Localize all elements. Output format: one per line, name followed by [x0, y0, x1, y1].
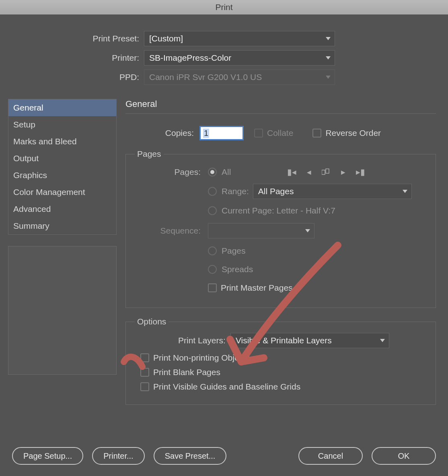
range-label: Range:	[222, 187, 249, 196]
printer-value: SB-ImagePress-Color	[149, 53, 231, 63]
copies-label: Copies:	[125, 128, 194, 138]
page-setup-button[interactable]: Page Setup...	[12, 447, 83, 465]
sequence-dropdown[interactable]	[208, 223, 314, 238]
spread-icon[interactable]	[322, 168, 331, 176]
sidebar-item-general[interactable]: General	[8, 99, 116, 116]
printer-dropdown[interactable]: SB-ImagePress-Color	[144, 50, 335, 66]
svg-rect-1	[326, 169, 329, 173]
last-page-icon[interactable]: ▸▮	[356, 167, 365, 177]
pages-group: Pages Pages: All ▮◂ ◂ ▸ ▸▮ Range: All	[125, 149, 436, 308]
sidebar-item-summary[interactable]: Summary	[8, 217, 116, 234]
category-sidebar: General Setup Marks and Bleed Output Gra…	[8, 99, 117, 235]
reverse-order-label: Reverse Order	[325, 128, 381, 138]
preset-dropdown[interactable]: [Custom]	[144, 31, 335, 46]
ok-button[interactable]: OK	[372, 447, 436, 465]
sidebar-item-setup[interactable]: Setup	[8, 116, 116, 133]
radio-spreads-label: Spreads	[222, 265, 253, 274]
print-blank-checkbox[interactable]	[140, 368, 149, 377]
sidebar-item-graphics[interactable]: Graphics	[8, 167, 116, 184]
printer-button[interactable]: Printer...	[92, 447, 144, 465]
dialog-titlebar: Print	[0, 0, 448, 14]
prev-page-icon[interactable]: ◂	[307, 167, 311, 177]
preset-value: [Custom]	[149, 34, 183, 43]
chevron-down-icon	[380, 339, 385, 342]
chevron-down-icon	[403, 190, 407, 193]
sidebar-item-color-management[interactable]: Color Management	[8, 184, 116, 201]
pages-label: Pages:	[132, 167, 201, 177]
print-guides-label: Print Visible Guides and Baseline Grids	[153, 382, 300, 392]
options-legend: Options	[135, 317, 169, 326]
first-page-icon[interactable]: ▮◂	[287, 167, 296, 177]
collate-checkbox	[254, 129, 263, 137]
print-master-checkbox[interactable]	[208, 283, 217, 292]
print-layers-label: Print Layers:	[178, 336, 226, 345]
print-blank-label: Print Blank Pages	[153, 367, 220, 377]
sidebar-item-marks-and-bleed[interactable]: Marks and Bleed	[8, 133, 116, 150]
current-page-label: Current Page: Letter - Half V:7	[222, 206, 335, 215]
reverse-order-checkbox[interactable]	[312, 129, 321, 137]
pages-legend: Pages	[135, 149, 164, 159]
radio-range[interactable]	[208, 187, 217, 196]
radio-all-label: All	[222, 167, 231, 177]
preset-label: Print Preset:	[0, 34, 144, 43]
ppd-label: PPD:	[0, 72, 144, 82]
radio-spreads[interactable]	[208, 265, 217, 274]
collate-label: Collate	[267, 128, 293, 138]
radio-pages-label: Pages	[222, 246, 246, 256]
chevron-down-icon	[326, 56, 331, 60]
radio-all[interactable]	[208, 168, 217, 176]
range-dropdown[interactable]: All Pages	[253, 184, 412, 199]
print-layers-dropdown[interactable]: Visible & Printable Layers	[230, 333, 389, 348]
next-page-icon[interactable]: ▸	[341, 167, 345, 177]
print-master-label: Print Master Pages	[221, 283, 293, 293]
sidebar-item-advanced[interactable]: Advanced	[8, 201, 116, 217]
print-nonprinting-label: Print Non-printing Objects	[153, 353, 250, 363]
save-preset-button[interactable]: Save Preset...	[154, 447, 227, 465]
printer-label: Printer:	[0, 53, 144, 63]
copies-input[interactable]: 1	[199, 126, 244, 140]
chevron-down-icon	[326, 37, 331, 40]
ppd-value: Canon iPR Svr G200 V1.0 US	[149, 72, 262, 82]
radio-pages[interactable]	[208, 246, 217, 255]
options-group: Options Print Layers: Visible & Printabl…	[125, 317, 436, 405]
cancel-button[interactable]: Cancel	[298, 447, 363, 465]
radio-current-page[interactable]	[208, 206, 217, 215]
page-preview	[8, 246, 117, 375]
svg-rect-0	[322, 170, 325, 174]
section-heading: General	[125, 99, 436, 114]
chevron-down-icon	[305, 229, 310, 232]
dialog-title: Print	[215, 2, 232, 12]
sidebar-item-output[interactable]: Output	[8, 150, 116, 167]
chevron-down-icon	[326, 76, 331, 79]
print-guides-checkbox[interactable]	[140, 382, 149, 391]
print-nonprinting-checkbox[interactable]	[140, 353, 149, 362]
sequence-label: Sequence:	[132, 226, 201, 236]
ppd-dropdown: Canon iPR Svr G200 V1.0 US	[144, 70, 335, 85]
